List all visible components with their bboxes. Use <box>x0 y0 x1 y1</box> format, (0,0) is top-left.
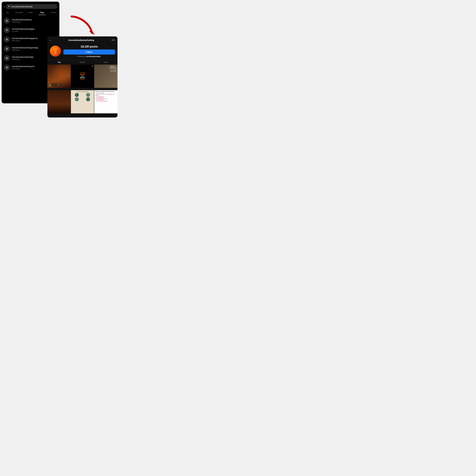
head-icon1 <box>75 93 79 97</box>
svg-rect-4 <box>93 66 93 67</box>
head-icon4 <box>86 97 90 101</box>
grid-item[interactable]: TYPES OF HEADACHES <box>71 90 94 113</box>
svg-rect-7 <box>116 66 116 67</box>
hashtag-name: #socialmediamarketingtip <box>12 56 34 58</box>
tab-top[interactable]: Top <box>2 11 13 15</box>
search-icon: 🔍 <box>8 5 10 8</box>
search-header: ‹ 🔍 #socialmediamarketing <box>2 2 59 9</box>
search-query-text: #socialmediamarketing <box>11 5 33 8</box>
tip-item: 6. USE LOCATION TAGS <box>95 99 117 101</box>
reel-indicator <box>91 65 93 67</box>
hashtag-icon: # <box>4 46 10 52</box>
tab-detail-top[interactable]: Top <box>47 60 71 65</box>
hashtag-name: #socialmediamarketing <box>12 18 32 21</box>
search-tabs: Top Accounts Audio Tags Places <box>2 9 59 15</box>
hashtag-info: #socialmediamarketingtip 144k posts <box>12 56 34 60</box>
grid-item[interactable]: Improve your Instagram reach For lash ar… <box>94 90 118 113</box>
svg-rect-3 <box>92 66 92 67</box>
svg-point-15 <box>87 99 89 100</box>
detail-tabs: Top Recent Reels <box>47 60 118 65</box>
hashtag-icon: # <box>4 36 10 42</box>
posts-count: 18.2M posts <box>63 45 115 48</box>
tab-audio[interactable]: Audio <box>25 11 36 15</box>
red-arrow-decoration <box>67 14 98 38</box>
avatar: 7 COLOR IDEAS FOR INSTA POSTS <box>50 46 61 57</box>
grid-item[interactable]: Who needs these🤩 <box>47 65 71 88</box>
search-back-button[interactable]: ‹ <box>4 5 5 8</box>
hashtag-info: #socialmediamarketing101 131k posts <box>12 65 35 70</box>
tip-item: 7. USE AN EMOTIONAL HEADLINE <box>95 101 117 102</box>
hashtag-count: 361k posts <box>12 40 38 42</box>
hashtag-name: #socialmediamarketing101 <box>12 65 35 68</box>
post-text-line2: IDEAS <box>80 73 85 75</box>
post-text-line1: 7 COLOR <box>80 72 85 73</box>
hashtag-info: #socialmediamarketingtips 1m posts <box>12 28 34 32</box>
grid-item[interactable]: 7 COLOR IDEAS FOR INSTA POSTS <box>71 65 94 88</box>
tab-detail-recent[interactable]: Recent <box>71 60 94 65</box>
avatar-line4: INSTA <box>53 52 58 53</box>
hashtag-count: 18.2m posts <box>12 21 32 23</box>
reel-icon <box>49 84 51 87</box>
svg-rect-1 <box>92 66 92 66</box>
svg-rect-5 <box>116 66 116 66</box>
post-text-line5: POSTS <box>80 79 85 80</box>
head-icon3 <box>75 97 79 101</box>
hashtag-name: #socialmediamarketingagency <box>12 37 38 39</box>
reel-indicator2 <box>115 65 117 67</box>
tab-places[interactable]: Places <box>48 11 59 15</box>
tab-detail-reels[interactable]: Reels <box>94 60 118 65</box>
tips-list: 1. POST MORE 3-4X/DAY 2. ENGAGE W/ YOUR … <box>95 93 117 102</box>
hashtag-name: #socialmediamarketingtips <box>12 28 34 30</box>
avatar-line2: IDEAS <box>53 50 58 51</box>
hashtag-count: 208k posts <box>12 49 38 51</box>
hashtag-icon: # <box>4 65 10 70</box>
svg-rect-8 <box>116 66 117 67</box>
hashtag-count: 1m posts <box>12 30 34 32</box>
svg-rect-2 <box>93 66 93 66</box>
detail-hashtag-title: #socialmediamarketing <box>68 39 94 42</box>
svg-rect-14 <box>77 100 77 100</box>
svg-rect-16 <box>88 100 88 100</box>
hashtag-icon: # <box>4 55 10 61</box>
more-options-button[interactable]: ••• <box>112 39 115 42</box>
list-item[interactable]: # #socialmediamarketingtips 1m posts <box>2 25 59 35</box>
head-icon2 <box>86 93 90 97</box>
hashtag-icon: # <box>4 18 10 24</box>
svg-point-13 <box>76 99 77 100</box>
tip-item: 2. ENGAGE W/ YOUR FOLLOWERS 15 MIN PRIOR… <box>95 94 117 96</box>
avatar-line1: 7 COLOR <box>53 48 58 49</box>
grid-item[interactable]: IDEIAS DE CONTEÚDO pra se inspirar nessa… <box>94 65 118 88</box>
follow-button[interactable]: Follow <box>63 50 115 54</box>
svg-point-11 <box>87 94 89 95</box>
followed-by-user: socialmadesimple_ <box>86 55 102 57</box>
hashtag-info: #socialmediamarketingagency 361k posts <box>12 37 38 42</box>
hashtag-count: 144k posts <box>12 58 34 60</box>
svg-rect-10 <box>77 95 77 96</box>
grid-item[interactable] <box>47 90 71 113</box>
hashtag-info: #socialmediamarketing 18.2m posts <box>12 18 32 23</box>
avatar-line5: POSTS <box>53 53 58 54</box>
post-tips-title: Improve your Instagram reach For lash ar… <box>95 91 117 92</box>
followed-by-text: Followed by socialmadesimple_ <box>63 55 115 57</box>
detail-panel: ‹ #socialmediamarketing ••• 7 COLOR IDEA… <box>47 36 118 118</box>
post-text-line3: FOR <box>80 75 85 77</box>
posts-grid: Who needs these🤩 7 COLOR IDEAS FOR INSTA… <box>47 65 118 115</box>
tip-item: 4. POST 6 STORIES DAILY <box>95 97 117 98</box>
post-text-line4: INSTA <box>80 77 85 79</box>
svg-rect-12 <box>88 95 88 96</box>
detail-back-button[interactable]: ‹ <box>50 39 51 42</box>
svg-rect-6 <box>116 66 117 66</box>
search-bar[interactable]: 🔍 #socialmediamarketing <box>6 4 57 9</box>
tip-item: 1. POST MORE 3-4X/DAY <box>95 93 117 94</box>
tip-item: 5. 30 HASHTAGS SIZE RELEVANT <box>95 98 117 99</box>
hashtag-count: 131k posts <box>12 68 35 70</box>
detail-info-section: 7 COLOR IDEAS FOR INSTA POSTS 18.2M post… <box>47 43 118 60</box>
tab-tags[interactable]: Tags <box>36 11 48 15</box>
post-headache-title: TYPES OF HEADACHES <box>76 91 89 92</box>
hashtag-name: #socialmediamarketingstrategy <box>12 47 38 49</box>
list-item[interactable]: # #socialmediamarketing 18.2m posts <box>2 16 59 25</box>
hashtag-icon: # <box>4 27 10 33</box>
stats-block: 18.2M posts Follow Followed by socialmad… <box>63 45 115 57</box>
tab-accounts[interactable]: Accounts <box>13 11 25 15</box>
avatar-line3: FOR <box>53 51 58 52</box>
